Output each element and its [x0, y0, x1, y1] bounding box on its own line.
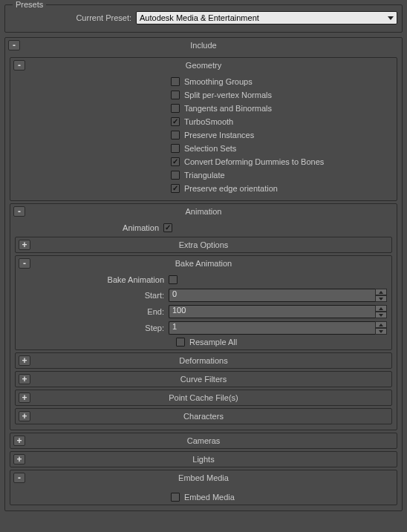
geometry-checkbox[interactable] [171, 131, 180, 139]
point-cache-section: + Point Cache File(s) [15, 390, 392, 406]
resample-all-checkbox[interactable] [176, 338, 185, 347]
end-spinner[interactable] [375, 305, 387, 318]
geometry-option-row: Selection Sets [15, 144, 392, 153]
current-preset-label: Current Preset: [10, 13, 136, 22]
deformations-title: Deformations [16, 356, 391, 365]
extra-options-title: Extra Options [16, 240, 391, 249]
geometry-toggle[interactable]: - [13, 60, 25, 70]
geometry-checkbox[interactable] [171, 117, 180, 126]
step-input[interactable]: 1 [169, 321, 375, 335]
animation-toggle[interactable]: - [13, 206, 25, 217]
geometry-option-row: Triangulate [15, 171, 392, 180]
geometry-option-row: TurboSmooth [15, 117, 392, 126]
embed-media-checkbox[interactable] [171, 493, 180, 502]
embed-media-toggle[interactable]: - [13, 473, 25, 483]
spinner-up-icon[interactable] [375, 305, 387, 312]
include-toggle[interactable]: - [8, 40, 20, 50]
cameras-title: Cameras [10, 436, 397, 445]
presets-fieldset-label: Presets [13, 0, 46, 9]
deformations-section: + Deformations [15, 352, 392, 369]
end-label: End: [20, 307, 169, 316]
geometry-option-row: Smoothing Groups [15, 77, 392, 86]
embed-media-label: Embed Media [184, 493, 235, 502]
start-label: Start: [20, 291, 169, 300]
embed-media-section: - Embed Media Embed Media [10, 470, 397, 505]
bake-enable-checkbox[interactable] [169, 275, 178, 284]
geometry-option-row: Preserve Instances [15, 131, 392, 139]
spinner-up-icon[interactable] [375, 289, 387, 295]
curve-filters-toggle[interactable]: + [19, 374, 30, 384]
curve-filters-section: + Curve Filters [15, 371, 392, 387]
geometry-checkbox-label: Selection Sets [184, 144, 236, 153]
chevron-down-icon [388, 16, 394, 20]
step-spinner[interactable] [375, 321, 387, 335]
geometry-section: - Geometry Smoothing GroupsSplit per-ver… [10, 57, 397, 201]
geometry-checkbox[interactable] [171, 184, 180, 193]
start-spinner[interactable] [375, 289, 387, 302]
extra-options-toggle[interactable]: + [19, 240, 30, 250]
geometry-checkbox-label: Preserve Instances [184, 131, 254, 139]
current-preset-dropdown[interactable]: Autodesk Media & Entertainment [136, 11, 397, 24]
geometry-checkbox[interactable] [171, 104, 180, 113]
bake-enable-label: Bake Animation [20, 275, 169, 284]
characters-toggle[interactable]: + [19, 411, 30, 421]
lights-title: Lights [10, 455, 397, 464]
lights-section: + Lights [10, 451, 397, 467]
geometry-checkbox-label: Smoothing Groups [184, 77, 253, 86]
lights-toggle[interactable]: + [13, 454, 25, 464]
geometry-checkbox[interactable] [171, 91, 180, 99]
geometry-checkbox[interactable] [171, 171, 180, 180]
geometry-checkbox-label: TurboSmooth [184, 117, 233, 126]
animation-title: Animation [10, 207, 397, 216]
animation-enable-label: Animation [15, 223, 163, 232]
cameras-toggle[interactable]: + [13, 436, 25, 446]
point-cache-toggle[interactable]: + [19, 393, 30, 403]
bake-animation-section: - Bake Animation Bake Animation Start: 0 [15, 255, 392, 350]
characters-section: + Characters [15, 408, 392, 424]
geometry-option-row: Preserve edge orientation [15, 184, 392, 193]
geometry-checkbox-label: Tangents and Binormals [184, 104, 272, 113]
spinner-down-icon[interactable] [375, 328, 387, 335]
include-section: - Include - Geometry Smoothing GroupsSpl… [4, 37, 403, 511]
geometry-option-row: Split per-vertex Normals [15, 91, 392, 99]
animation-section: - Animation Animation + Extra Options - [10, 203, 397, 430]
geometry-title: Geometry [10, 61, 397, 70]
spinner-down-icon[interactable] [375, 312, 387, 318]
geometry-checkbox-label: Preserve edge orientation [184, 184, 278, 193]
cameras-section: + Cameras [10, 433, 397, 449]
end-input[interactable]: 100 [169, 305, 375, 318]
animation-enable-checkbox[interactable] [163, 223, 172, 232]
presets-fieldset: Presets Current Preset: Autodesk Media &… [4, 4, 403, 33]
start-input[interactable]: 0 [169, 289, 375, 302]
resample-all-label: Resample All [189, 338, 237, 347]
spinner-down-icon[interactable] [375, 295, 387, 302]
geometry-checkbox[interactable] [171, 144, 180, 153]
geometry-option-row: Tangents and Binormals [15, 104, 392, 113]
spinner-up-icon[interactable] [375, 321, 387, 328]
geometry-checkbox-label: Split per-vertex Normals [184, 91, 272, 99]
geometry-checkbox-label: Triangulate [184, 171, 225, 180]
step-label: Step: [20, 324, 169, 332]
geometry-checkbox-label: Convert Deforming Dummies to Bones [184, 157, 324, 166]
current-preset-value: Autodesk Media & Entertainment [140, 13, 388, 22]
embed-media-title: Embed Media [10, 473, 397, 482]
include-title: Include [5, 41, 402, 50]
point-cache-title: Point Cache File(s) [16, 393, 391, 402]
geometry-checkbox[interactable] [171, 77, 180, 86]
deformations-toggle[interactable]: + [19, 355, 30, 366]
geometry-checkbox[interactable] [171, 157, 180, 166]
bake-toggle[interactable]: - [19, 258, 30, 269]
characters-title: Characters [16, 412, 391, 421]
curve-filters-title: Curve Filters [16, 375, 391, 384]
geometry-option-row: Convert Deforming Dummies to Bones [15, 157, 392, 166]
bake-title: Bake Animation [16, 259, 391, 268]
extra-options-section: + Extra Options [15, 237, 392, 253]
